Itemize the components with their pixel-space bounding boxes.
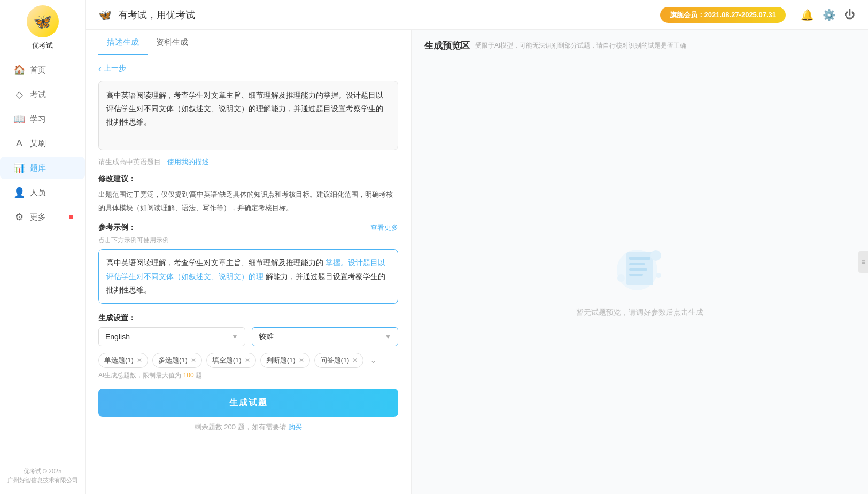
- difficulty-arrow-icon: ▼: [385, 333, 391, 341]
- svg-rect-5: [629, 274, 643, 276]
- main-content: 🦋 有考试，用优考试 旗舰会员：2021.08.27-2025.07.31 🔔 …: [86, 0, 868, 494]
- home-icon: 🏠: [13, 64, 26, 76]
- settings-section: 生成设置： English ▼ 较难 ▼ 单选题(1): [98, 313, 398, 380]
- description-textarea[interactable]: [98, 81, 398, 150]
- back-button[interactable]: 上一步: [98, 64, 398, 73]
- panel-tabs: 描述生成 资料生成: [86, 30, 411, 55]
- tag-label-3: 判断题(1): [266, 356, 296, 365]
- sidebar-logo: 🦋: [27, 5, 59, 37]
- use-my-desc-link[interactable]: 使用我的描述: [167, 157, 209, 167]
- empty-text: 暂无试题预览，请调好参数后点击生成: [576, 308, 703, 318]
- right-header: 生成预览区 受限于AI模型，可能无法识别到部分试题，请自行核对识别的试题是否正确: [412, 30, 868, 58]
- empty-illustration: [608, 235, 672, 299]
- nav-label-ai: 艾刷: [30, 138, 46, 149]
- sidebar-brand: 优考试: [32, 41, 53, 50]
- sidebar-item-home[interactable]: 🏠 首页: [0, 59, 85, 81]
- tag-chip-2: 填空题(1) ✕: [206, 353, 256, 368]
- nav-label-home: 首页: [30, 65, 46, 75]
- exam-icon: ◇: [13, 89, 26, 101]
- ref-header: 参考示例： 查看更多: [98, 223, 398, 233]
- language-arrow-icon: ▼: [232, 333, 238, 341]
- buy-link[interactable]: 购买: [288, 423, 302, 431]
- tag-close-0[interactable]: ✕: [137, 357, 142, 364]
- difficulty-value: 较难: [259, 332, 274, 342]
- right-panel-subtitle: 受限于AI模型，可能无法识别到部分试题，请自行核对识别的试题是否正确: [475, 41, 686, 50]
- svg-point-6: [650, 250, 661, 261]
- tag-close-4[interactable]: ✕: [352, 357, 358, 364]
- tag-chip-0: 单选题(1) ✕: [98, 353, 148, 368]
- right-panel-title: 生成预览区: [424, 40, 470, 52]
- logo-icon: 🦋: [33, 13, 52, 30]
- power-icon[interactable]: ⏻: [844, 9, 855, 21]
- sidebar-item-study[interactable]: 📖 学习: [0, 108, 85, 130]
- tag-label-1: 多选题(1): [158, 356, 188, 365]
- tag-label-2: 填空题(1): [212, 356, 242, 365]
- difficulty-select[interactable]: 较难 ▼: [252, 327, 399, 346]
- tag-label-4: 问答题(1): [320, 356, 350, 365]
- topbar-logo-icon: 🦋: [98, 9, 112, 21]
- sidebar-item-more[interactable]: ⚙ 更多: [0, 206, 85, 228]
- tag-chip-1: 多选题(1) ✕: [152, 353, 202, 368]
- nav-label-exam: 考试: [30, 90, 46, 100]
- tags-expand-icon[interactable]: ⌄: [370, 355, 377, 365]
- settings-title: 生成设置：: [98, 313, 398, 323]
- ref-example-box[interactable]: 高中英语阅读理解，考查学生对文章主旨、细节理解及推理能力的 掌握。设计题目以评估…: [98, 249, 398, 304]
- topbar-icons: 🔔 ⚙️ ⏻: [801, 9, 855, 21]
- sidebar-item-question-bank[interactable]: 📊 题库: [0, 157, 85, 179]
- svg-point-7: [617, 274, 625, 282]
- nav-label-question-bank: 题库: [30, 163, 46, 173]
- sidebar-item-personnel[interactable]: 👤 人员: [0, 181, 85, 204]
- vip-badge[interactable]: 旗舰会员：2021.08.27-2025.07.31: [660, 7, 786, 23]
- collapse-button[interactable]: ≡: [858, 251, 868, 273]
- topbar-title: 有考试，用优考试: [118, 9, 654, 21]
- ref-title: 参考示例：: [98, 223, 136, 233]
- right-panel: 生成预览区 受限于AI模型，可能无法识别到部分试题，请自行核对识别的试题是否正确…: [412, 30, 868, 494]
- personnel-icon: 👤: [13, 187, 26, 198]
- generate-button[interactable]: 生成试题: [98, 389, 398, 417]
- svg-point-8: [656, 273, 661, 278]
- more-icon: ⚙: [13, 211, 26, 223]
- nav-label-personnel: 人员: [30, 188, 46, 198]
- notification-icon[interactable]: 🔔: [801, 9, 814, 21]
- topbar: 🦋 有考试，用优考试 旗舰会员：2021.08.27-2025.07.31 🔔 …: [86, 0, 868, 30]
- right-panel-body: 暂无试题预览，请调好参数后点击生成: [412, 58, 868, 494]
- remaining-hint: 剩余题数 200 题，如有需要请 购买: [98, 422, 398, 432]
- ai-icon: A: [13, 138, 26, 149]
- ai-hint: AI生成总题数，限制最大值为 100 题: [98, 371, 398, 380]
- tab-describe[interactable]: 描述生成: [98, 30, 148, 55]
- svg-rect-2: [629, 257, 650, 260]
- study-icon: 📖: [13, 113, 26, 125]
- settings-icon[interactable]: ⚙️: [823, 9, 836, 21]
- tag-chip-3: 判断题(1) ✕: [260, 353, 310, 368]
- sidebar: 🦋 优考试 🏠 首页 ◇ 考试 📖 学习 A 艾刷: [0, 0, 86, 494]
- language-value: English: [105, 333, 130, 341]
- svg-rect-3: [629, 263, 645, 265]
- settings-row: English ▼ 较难 ▼: [98, 327, 398, 346]
- tab-material[interactable]: 资料生成: [148, 30, 197, 55]
- language-select[interactable]: English ▼: [98, 327, 245, 346]
- sidebar-item-exam[interactable]: ◇ 考试: [0, 83, 85, 106]
- tag-chip-4: 问答题(1) ✕: [314, 353, 364, 368]
- suggestion-title: 修改建议：: [98, 174, 398, 184]
- svg-rect-4: [629, 268, 647, 271]
- tags-row: 单选题(1) ✕多选题(1) ✕填空题(1) ✕判断题(1) ✕问答题(1) ✕…: [98, 353, 398, 368]
- tag-close-2[interactable]: ✕: [245, 357, 250, 364]
- tag-label-0: 单选题(1): [104, 356, 134, 365]
- sidebar-item-ai[interactable]: A 艾刷: [0, 133, 85, 155]
- sidebar-nav: 🏠 首页 ◇ 考试 📖 学习 A 艾刷 📊: [0, 59, 85, 228]
- sidebar-footer: 优考试 © 2025 广州好智信息技术有限公司: [7, 467, 78, 485]
- nav-label-more: 更多: [30, 212, 46, 222]
- nav-dot: [69, 215, 73, 219]
- suggestion-text: 出题范围过于宽泛，仅仅提到'高中英语'缺乏具体的知识点和考核目标。建议细化范围，…: [98, 188, 398, 214]
- ref-more-link[interactable]: 查看更多: [370, 223, 398, 233]
- desc-hint: 请生成高中英语题目 使用我的描述: [98, 157, 398, 167]
- question-bank-icon: 📊: [13, 162, 26, 174]
- tag-close-3[interactable]: ✕: [299, 357, 304, 364]
- panel-body: 上一步 请生成高中英语题目 使用我的描述 修改建议： 出题范围过于宽泛，仅仅提到…: [86, 55, 411, 494]
- tag-close-1[interactable]: ✕: [191, 357, 196, 364]
- ref-hint: 点击下方示例可使用示例: [98, 236, 398, 245]
- content-area: 描述生成 资料生成 上一步 请生成高中英语题目 使用我的描述 修改建议： 出题范…: [86, 30, 868, 494]
- left-panel: 描述生成 资料生成 上一步 请生成高中英语题目 使用我的描述 修改建议： 出题范…: [86, 30, 412, 494]
- nav-label-study: 学习: [30, 114, 46, 125]
